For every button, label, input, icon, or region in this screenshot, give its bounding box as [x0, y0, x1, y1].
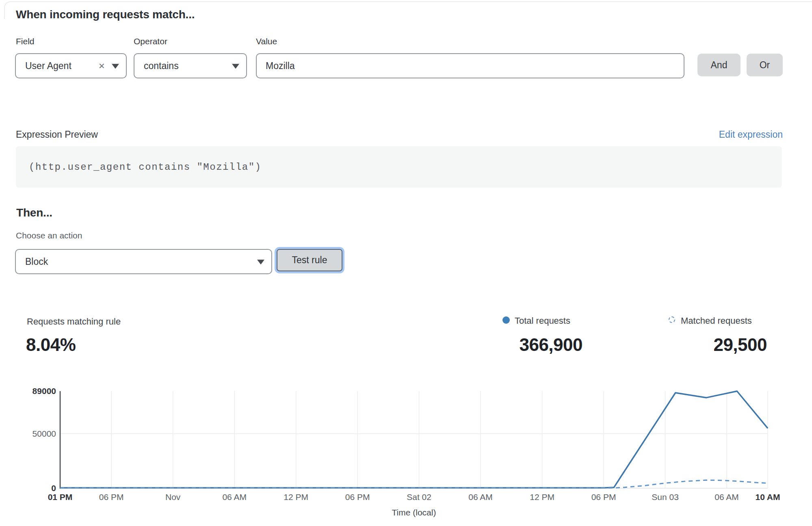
total-requests-line — [60, 391, 768, 488]
y-tick-label: 50000 — [0, 429, 56, 439]
x-tick-label: 10 AM — [739, 492, 796, 502]
requests-chart — [0, 0, 812, 526]
x-tick-label: 06 AM — [206, 492, 263, 502]
x-tick-label: 06 PM — [329, 492, 386, 502]
y-tick-label: 89000 — [0, 386, 56, 396]
y-tick-label: 0 — [0, 483, 56, 493]
x-tick-label: Sun 03 — [637, 492, 694, 502]
x-tick-label: 06 PM — [575, 492, 632, 502]
x-tick-label: 06 AM — [452, 492, 509, 502]
x-tick-label: 12 PM — [268, 492, 325, 502]
x-tick-label: Sat 02 — [391, 492, 448, 502]
x-tick-label: 12 PM — [514, 492, 571, 502]
x-axis-title: Time (local) — [373, 508, 455, 517]
x-tick-label: Nov — [145, 492, 201, 502]
matched-requests-line — [60, 480, 768, 488]
x-tick-label: 06 PM — [83, 492, 140, 502]
x-tick-label: 01 PM — [32, 492, 89, 502]
